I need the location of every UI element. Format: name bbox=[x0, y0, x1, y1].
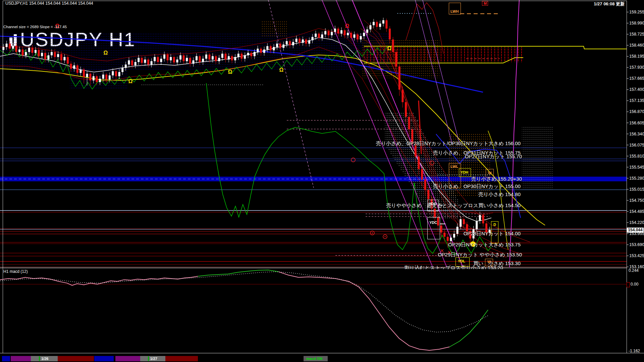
price-axis-label: 155.015 bbox=[629, 187, 644, 192]
timeline-separator bbox=[0, 353, 644, 353]
price-axis-label: 155.810 bbox=[629, 154, 644, 159]
level-label-ydh: YDH bbox=[459, 168, 471, 177]
timeline-segment bbox=[58, 356, 94, 361]
price-axis-label: 156.605 bbox=[629, 121, 644, 125]
level-label-text: LWL bbox=[450, 165, 458, 169]
price-axis-label: 159.255 bbox=[629, 10, 644, 14]
price-axis-label: 157.665 bbox=[629, 76, 644, 81]
level-label-text: YDO bbox=[429, 202, 437, 206]
price-annotation: 売り小さめ、OP28日NYカット/OP30日NYカット大きめ 156.00 bbox=[376, 140, 521, 147]
price-axis-label: 155.280 bbox=[629, 176, 644, 181]
level-label-text: YDC bbox=[429, 221, 437, 225]
price-axis-label: 153.425 bbox=[629, 253, 644, 258]
timeline-segment bbox=[11, 356, 31, 361]
macd-toggle[interactable]: macd ON bbox=[304, 356, 328, 361]
level-label-ydl: YDL bbox=[455, 257, 470, 266]
current-price-badge: 154.044 bbox=[627, 228, 644, 233]
price-axis-label: 158.990 bbox=[629, 21, 644, 25]
price-axis-label: 155.545 bbox=[629, 165, 644, 170]
date-label: 1/27 bbox=[148, 356, 157, 361]
level-label-text: W bbox=[488, 171, 491, 175]
timeline-bar: 1/261/27macd ON bbox=[0, 354, 644, 362]
price-axis-label: 157.930 bbox=[629, 65, 644, 70]
price-annotation: OP29日NYカット やや小さめ 153.50 bbox=[438, 252, 522, 258]
timeline-segment: 1/26 bbox=[31, 356, 58, 361]
price-axis-label: 156.340 bbox=[629, 132, 644, 136]
level-label-w: W bbox=[485, 259, 493, 266]
level-label-d: D bbox=[491, 221, 498, 243]
trading-chart-window: USDJPY H1 ΩΩΩΩΩΩΩ USDJPY,H1 154.044 154.… bbox=[0, 0, 644, 362]
price-axis-label: 153.690 bbox=[629, 242, 644, 247]
price-annotation: 売り小さめ 155.20+30 bbox=[471, 176, 522, 182]
price-annotation: OP27日NYカット 155.70 bbox=[465, 154, 522, 160]
timeline-segment bbox=[94, 356, 114, 361]
timeline-segment bbox=[165, 356, 198, 361]
macd-toggle-label[interactable]: macd ON bbox=[305, 356, 322, 361]
level-label-text: M bbox=[484, 1, 487, 5]
price-axis-label: 158.195 bbox=[629, 54, 644, 59]
price-annotations-layer: 売り小さめ、OP28日NYカット/OP30日NYカット大きめ 156.00売り小… bbox=[0, 0, 627, 269]
macd-zero-marker bbox=[627, 282, 630, 287]
level-label-w: W bbox=[486, 169, 494, 178]
level-label-lwh: LWH bbox=[449, 3, 461, 14]
timeline-segment bbox=[115, 356, 140, 361]
level-label-ydo: YDO bbox=[427, 200, 439, 211]
price-axis-label: 157.135 bbox=[629, 98, 644, 103]
timeline-segment bbox=[2, 356, 10, 361]
macd-max-label: 0.244 bbox=[629, 268, 639, 273]
price-axis-label: 154.220 bbox=[629, 220, 644, 225]
level-label-text: YDL bbox=[458, 259, 465, 263]
date-label: 1/26 bbox=[39, 356, 48, 361]
macd-min-label: -1.162 bbox=[629, 349, 640, 353]
level-label-ydc: YDC bbox=[427, 217, 440, 239]
price-axis-label: 156.870 bbox=[629, 109, 644, 114]
price-annotation: 売り小さめ 154.80 bbox=[478, 191, 521, 198]
price-axis-label: 158.725 bbox=[629, 32, 644, 37]
price-axis-label: 156.075 bbox=[629, 143, 644, 147]
price-annotation: 売り小さめ OP30日NYカット 155.00 bbox=[433, 183, 521, 190]
level-label-text: W bbox=[487, 260, 491, 264]
price-axis-label: 157.400 bbox=[629, 87, 644, 92]
macd-zero-label: 0.00 bbox=[631, 282, 638, 287]
level-label-m: M bbox=[482, 1, 488, 6]
price-annotation: OP29日NYカット大きめ 153.75 bbox=[448, 242, 521, 248]
price-axis-label: 158.460 bbox=[629, 43, 644, 48]
price-annotation: 売りやや小さめ 超えるとストップロス買い小さめ 154.50 bbox=[386, 202, 521, 209]
level-label-text: YDH bbox=[461, 170, 468, 174]
level-label-text: D bbox=[493, 223, 496, 227]
price-axis-label: 154.750 bbox=[629, 198, 644, 203]
level-label-text: LWH bbox=[450, 9, 459, 13]
price-axis-label: 154.485 bbox=[629, 209, 644, 214]
timeline-segment: 1/27 bbox=[140, 356, 165, 361]
